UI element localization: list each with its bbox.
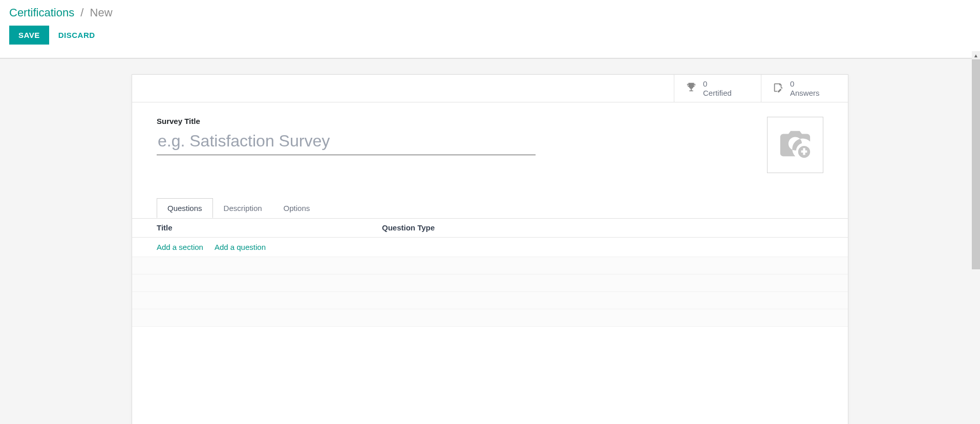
answers-label: Answers xyxy=(790,89,820,98)
image-upload[interactable] xyxy=(767,117,823,173)
survey-title-input[interactable] xyxy=(157,129,536,155)
form-body-area: 0 Certified 0 Answers xyxy=(0,58,980,424)
add-question-link[interactable]: Add a question xyxy=(215,243,266,251)
breadcrumb: Certifications / New xyxy=(9,6,971,19)
save-button[interactable]: SAVE xyxy=(9,26,49,45)
breadcrumb-separator: / xyxy=(77,6,87,19)
add-section-link[interactable]: Add a section xyxy=(157,243,203,251)
empty-row xyxy=(132,292,848,309)
breadcrumb-parent-link[interactable]: Certifications xyxy=(9,6,74,19)
scrollbar-thumb[interactable] xyxy=(972,59,980,269)
certified-stat-button[interactable]: 0 Certified xyxy=(674,75,761,102)
camera-add-icon xyxy=(777,126,813,164)
answers-count: 0 xyxy=(790,79,820,89)
column-header-question-type: Question Type xyxy=(382,223,823,232)
stat-bar: 0 Certified 0 Answers xyxy=(132,75,848,102)
certified-label: Certified xyxy=(703,89,732,98)
tab-options[interactable]: Options xyxy=(273,198,321,218)
questions-table: Title Question Type Add a section Add a … xyxy=(132,218,848,327)
tab-questions[interactable]: Questions xyxy=(157,198,213,218)
breadcrumb-current: New xyxy=(90,6,113,19)
tabs: Questions Description Options xyxy=(132,198,848,219)
tab-description[interactable]: Description xyxy=(213,198,273,218)
answers-stat-button[interactable]: 0 Answers xyxy=(761,75,848,102)
form-sheet: 0 Certified 0 Answers xyxy=(132,74,848,424)
action-bar: SAVE DISCARD xyxy=(0,23,980,58)
scroll-up-arrow[interactable]: ▲ xyxy=(972,51,980,59)
empty-row xyxy=(132,309,848,327)
edit-note-icon xyxy=(773,82,784,95)
empty-row xyxy=(132,257,848,274)
trophy-icon xyxy=(686,82,697,95)
certified-count: 0 xyxy=(703,79,732,89)
survey-title-label: Survey Title xyxy=(157,117,536,125)
empty-row xyxy=(132,274,848,292)
column-header-title: Title xyxy=(157,223,382,232)
discard-button[interactable]: DISCARD xyxy=(58,31,95,39)
header: Certifications / New xyxy=(0,0,980,23)
